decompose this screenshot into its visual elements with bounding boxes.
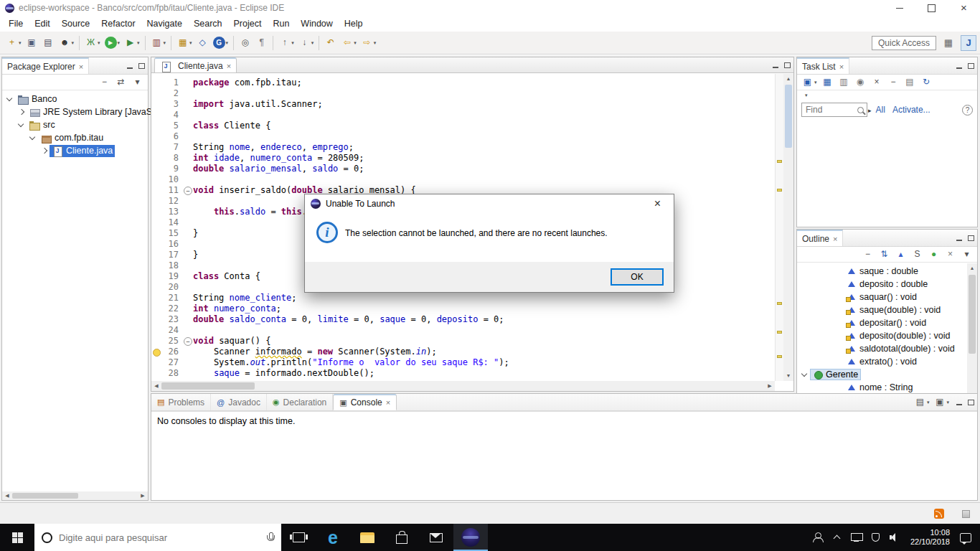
expander-icon[interactable] xyxy=(17,107,27,117)
open-perspective-icon[interactable]: ▦ xyxy=(941,35,956,51)
code-line-23[interactable]: 23double saldo_conta = 0, limite = 0, sa… xyxy=(151,314,775,325)
hide-static-icon[interactable]: S xyxy=(910,247,925,263)
menu-search[interactable]: Search xyxy=(188,17,228,31)
console-minimize-button[interactable] xyxy=(956,398,963,406)
dialog-titlebar[interactable]: Unable To Launch xyxy=(305,194,674,213)
pe-minimize-button[interactable] xyxy=(126,62,134,70)
fold-collapse-icon[interactable] xyxy=(183,185,193,196)
mail-button[interactable] xyxy=(419,524,453,551)
coverage-icon[interactable]: ▥▾ xyxy=(149,35,168,51)
code-line-7[interactable]: 7String nome, endereco, emprego; xyxy=(151,142,775,153)
menu-run[interactable]: Run xyxy=(267,17,295,31)
outline-item-extrato-void[interactable]: extrato() : void xyxy=(797,355,977,368)
outline-vscroll-thumb[interactable] xyxy=(969,275,976,354)
delete-task-icon[interactable]: × xyxy=(870,75,885,90)
next-annotation-icon[interactable]: ↓▾ xyxy=(297,35,316,51)
prev-annotation-icon[interactable]: ↑▾ xyxy=(277,35,296,51)
code-line-25[interactable]: 25void saquar() { xyxy=(151,336,775,347)
web-browser-icon[interactable]: G▾ xyxy=(212,35,230,51)
status-grid-icon[interactable] xyxy=(962,510,970,518)
collapse-all-icon[interactable]: − xyxy=(886,75,901,90)
pe-item-jre-system-library-javase[interactable]: JRE System Library [JavaSE- xyxy=(2,105,148,118)
help-icon[interactable]: ? xyxy=(962,105,973,116)
focus-workweek-icon[interactable]: ◉ xyxy=(853,75,868,90)
eclipse-taskbar-button[interactable] xyxy=(453,524,488,551)
pe-item-com-fpb-itau[interactable]: com.fpb.itau xyxy=(2,131,148,144)
action-center-icon[interactable] xyxy=(960,533,971,542)
section-expander-icon[interactable] xyxy=(868,105,872,115)
profile-icon[interactable]: ☻▾ xyxy=(57,35,76,51)
last-edit-location-icon[interactable]: ↶ xyxy=(323,35,338,51)
view-menu-icon[interactable]: ▾ xyxy=(805,93,808,98)
people-icon[interactable] xyxy=(812,532,824,542)
sort-icon[interactable]: ⇅ xyxy=(877,247,892,263)
menu-navigate[interactable]: Navigate xyxy=(141,17,188,31)
link-all[interactable]: All xyxy=(876,105,885,115)
code-line-6[interactable]: 6 xyxy=(151,131,775,142)
quick-access-box[interactable]: Quick Access xyxy=(872,36,936,50)
code-line-26[interactable]: 26 Scanner informado = new Scanner(Syste… xyxy=(151,347,775,357)
occurrence-marker[interactable] xyxy=(777,355,782,358)
pe-hscroll-thumb[interactable] xyxy=(12,493,78,499)
expander-icon[interactable] xyxy=(5,94,15,104)
code-line-27[interactable]: 27 System.out.println("Informe o valor d… xyxy=(151,357,775,368)
collapse-all-icon[interactable]: − xyxy=(97,75,112,90)
tl-maximize-button[interactable] xyxy=(968,63,974,69)
close-icon[interactable] xyxy=(833,234,837,244)
editor-minimize-button[interactable] xyxy=(772,61,780,69)
debug-icon[interactable]: Ж▾ xyxy=(83,35,102,51)
tab-javadoc[interactable]: @Javadoc xyxy=(211,394,267,410)
editor-maximize-button[interactable] xyxy=(784,62,791,68)
close-icon[interactable] xyxy=(386,397,390,408)
open-type-icon[interactable]: ◇ xyxy=(195,35,210,51)
occurrence-marker[interactable] xyxy=(777,189,782,192)
close-button[interactable] xyxy=(948,0,980,16)
outline-tab[interactable]: Outline xyxy=(797,230,843,246)
collapse-all-icon[interactable]: − xyxy=(860,247,875,263)
code-line-2[interactable]: 2 xyxy=(151,88,775,99)
menu-project[interactable]: Project xyxy=(228,17,268,31)
back-icon[interactable]: ⇦▾ xyxy=(339,35,358,51)
categorized-icon[interactable]: ▦ xyxy=(820,75,835,90)
pe-item-cliente-java[interactable]: Cliente.java xyxy=(2,144,148,157)
code-line-28[interactable]: 28 saque = informado.nextDouble(); xyxy=(151,368,775,379)
java-perspective-icon[interactable]: J xyxy=(961,35,976,51)
pe-maximize-button[interactable] xyxy=(138,63,145,69)
tab-console[interactable]: ▣Console xyxy=(333,394,397,410)
menu-edit[interactable]: Edit xyxy=(29,17,56,31)
print-icon[interactable]: ▤ xyxy=(41,35,56,51)
synchronize-icon[interactable]: ↻ xyxy=(919,75,934,90)
tab-declaration[interactable]: ◉Declaration xyxy=(267,394,333,410)
code-line-22[interactable]: 22int numero_conta; xyxy=(151,303,775,314)
menu-help[interactable]: Help xyxy=(339,17,369,31)
code-line-21[interactable]: 21String nome_cliente; xyxy=(151,293,775,303)
code-line-24[interactable]: 24 xyxy=(151,325,775,336)
taskbar-clock[interactable]: 10:08 22/10/2018 xyxy=(910,528,950,547)
occurrence-marker[interactable] xyxy=(777,160,782,163)
expander-icon[interactable] xyxy=(39,146,50,156)
microphone-icon[interactable] xyxy=(267,532,274,542)
search-icon[interactable]: ◎ xyxy=(237,35,253,51)
outline-item-saquar-void[interactable]: saquar() : void xyxy=(797,291,977,303)
window-titlebar[interactable]: eclipse-workspace - Banco/src/com/fpb/it… xyxy=(0,0,980,16)
display-console-icon[interactable]: ▣▾ xyxy=(932,395,951,410)
taskbar-search-input[interactable] xyxy=(59,532,260,543)
repository-icon[interactable]: ▤ xyxy=(903,75,918,90)
menu-source[interactable]: Source xyxy=(56,17,96,31)
new-task-icon[interactable]: ▣▾ xyxy=(800,75,819,90)
run-icon[interactable]: ▶▾ xyxy=(103,35,122,51)
external-tools-icon[interactable]: ▶▾ xyxy=(123,35,141,51)
tl-minimize-button[interactable] xyxy=(956,62,963,70)
editor-hscroll-thumb[interactable] xyxy=(161,382,255,390)
tab-problems[interactable]: ▤Problems xyxy=(151,394,211,410)
outline-minimize-button[interactable] xyxy=(956,234,963,242)
minimize-button[interactable] xyxy=(883,0,915,16)
new-java-project-icon[interactable]: ▦▾ xyxy=(175,35,194,51)
pe-item-src[interactable]: src xyxy=(2,118,148,131)
occurrence-marker[interactable] xyxy=(777,331,782,334)
code-line-4[interactable]: 4 xyxy=(151,110,775,121)
store-button[interactable] xyxy=(385,524,419,551)
network-icon[interactable] xyxy=(851,533,862,542)
show-hidden-icons-icon[interactable] xyxy=(834,534,841,541)
pe-hscrollbar[interactable]: ◀ ▶ xyxy=(2,491,148,500)
